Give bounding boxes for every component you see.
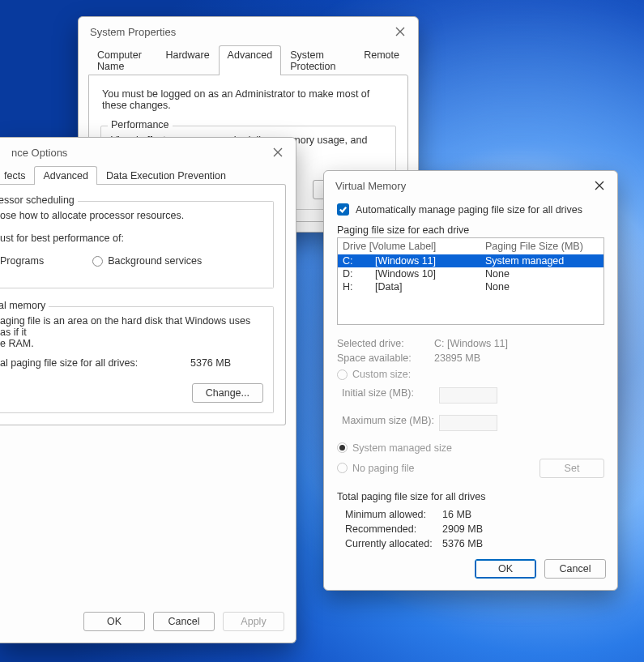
virtual-memory-group: al memory aging file is an area on the h… xyxy=(0,306,274,413)
window-title: System Properties xyxy=(90,26,176,38)
ok-button[interactable]: OK xyxy=(83,612,145,631)
dialog-buttons: OK Cancel Apply xyxy=(0,604,296,643)
radio-dot-icon xyxy=(337,442,348,453)
vmem-total-label: al paging file size for all drives: xyxy=(0,357,190,369)
drive-row-d[interactable]: D: [Windows 10] None xyxy=(338,267,603,280)
drive-label: [Data] xyxy=(375,281,485,293)
radio-bg-label: Background services xyxy=(108,255,202,267)
performance-options-window: nce Options fects Advanced Data Executio… xyxy=(0,137,296,643)
titlebar[interactable]: nce Options xyxy=(0,138,296,165)
auto-manage-label: Automatically manage paging file size fo… xyxy=(356,204,582,216)
col-size: Paging File Size (MB) xyxy=(485,241,599,252)
window-title: nce Options xyxy=(11,147,67,159)
close-icon[interactable] xyxy=(593,179,606,192)
cancel-button[interactable]: Cancel xyxy=(544,559,606,579)
min-allowed-label: Minimum allowed: xyxy=(345,509,442,520)
recommended-label: Recommended: xyxy=(345,523,442,535)
drive-size: None xyxy=(485,281,599,293)
drive-letter: D: xyxy=(343,268,375,280)
space-available-value: 23895 MB xyxy=(434,352,480,364)
min-allowed-value: 16 MB xyxy=(442,509,471,520)
drive-table-header: Drive [Volume Label] Paging File Size (M… xyxy=(338,238,603,254)
processor-scheduling-group: essor scheduling ose how to allocate pro… xyxy=(0,201,274,288)
currently-allocated-label: Currently allocated: xyxy=(345,538,442,549)
radio-dot-icon xyxy=(337,369,348,380)
tab-computer-name[interactable]: Computer Name xyxy=(88,45,156,75)
vmem-desc1: aging file is an area on the hard disk t… xyxy=(0,315,263,338)
drive-table: Drive [Volume Label] Paging File Size (M… xyxy=(337,237,604,325)
tab-remote[interactable]: Remote xyxy=(355,45,408,75)
maximum-size-label: Maximum size (MB): xyxy=(342,415,439,431)
change-button[interactable]: Change... xyxy=(192,383,263,403)
tab-hardware[interactable]: Hardware xyxy=(156,45,218,75)
drive-size: System managed xyxy=(485,255,599,267)
window-title: Virtual Memory xyxy=(335,180,406,192)
tab-visual-effects[interactable]: fects xyxy=(0,166,34,185)
auto-manage-checkbox[interactable]: Automatically manage paging file size fo… xyxy=(337,203,582,216)
space-available-label: Space available: xyxy=(337,352,434,364)
drive-label: [Windows 10] xyxy=(375,268,485,280)
radio-background-services[interactable]: Background services xyxy=(92,255,202,267)
radio-dot-icon xyxy=(337,463,348,473)
drive-label: [Windows 11] xyxy=(375,255,485,267)
vmem-desc2: e RAM. xyxy=(0,338,263,349)
radio-no-paging-file: No paging file xyxy=(337,463,540,474)
cancel-button[interactable]: Cancel xyxy=(153,612,215,631)
tabpanel-advanced: essor scheduling ose how to allocate pro… xyxy=(0,184,286,425)
selected-drive-label: Selected drive: xyxy=(337,338,434,349)
no-paging-label: No paging file xyxy=(352,463,414,474)
tab-advanced[interactable]: Advanced xyxy=(34,166,97,185)
drive-row-c[interactable]: C: [Windows 11] System managed xyxy=(338,254,603,267)
initial-size-label: Initial size (MB): xyxy=(342,387,439,404)
section-label: Paging file size for each drive xyxy=(337,224,604,236)
admin-note: You must be logged on as an Administrato… xyxy=(100,87,396,116)
initial-size-input xyxy=(439,387,497,404)
virtual-memory-window: Virtual Memory Automatically manage pagi… xyxy=(323,170,618,591)
vmem-total-value: 5376 MB xyxy=(190,357,263,369)
dialog-buttons: OK Cancel xyxy=(324,551,617,590)
close-icon[interactable] xyxy=(394,25,407,38)
vmem-legend: al memory xyxy=(0,300,49,311)
close-icon[interactable] xyxy=(271,146,284,159)
sched-desc: ose how to allocate processor resources. xyxy=(0,210,263,221)
sched-legend: essor scheduling xyxy=(0,194,78,206)
radio-custom-size: Custom size: xyxy=(337,369,411,380)
currently-allocated-value: 5376 MB xyxy=(442,538,483,549)
drive-letter: H: xyxy=(343,281,375,293)
selected-drive-value: C: [Windows 11] xyxy=(434,338,508,349)
radio-programs[interactable]: Programs xyxy=(0,255,44,267)
titlebar[interactable]: System Properties xyxy=(79,17,418,45)
adjust-label: ust for best performance of: xyxy=(0,233,263,244)
set-button: Set xyxy=(540,459,604,478)
drive-letter: C: xyxy=(343,255,375,267)
tabstrip: Computer Name Hardware Advanced System P… xyxy=(79,45,418,75)
performance-legend: Performance xyxy=(108,119,173,130)
totals-header: Total paging file size for all drives xyxy=(337,491,604,502)
radio-programs-label: Programs xyxy=(0,255,44,267)
radio-system-managed: System managed size xyxy=(337,442,452,454)
recommended-value: 2909 MB xyxy=(442,523,483,535)
system-managed-label: System managed size xyxy=(352,442,452,454)
col-drive: Drive [Volume Label] xyxy=(343,241,485,252)
ok-button[interactable]: OK xyxy=(475,559,536,579)
apply-button[interactable]: Apply xyxy=(223,612,284,631)
maximum-size-input xyxy=(439,415,497,431)
titlebar[interactable]: Virtual Memory xyxy=(324,171,617,199)
custom-size-label: Custom size: xyxy=(352,369,411,380)
radio-dot-icon xyxy=(92,256,103,267)
tab-advanced[interactable]: Advanced xyxy=(219,45,282,75)
checkmark-icon xyxy=(337,203,349,216)
tabstrip: fects Advanced Data Execution Prevention xyxy=(0,165,296,184)
drive-size: None xyxy=(485,268,599,280)
tab-dep[interactable]: Data Execution Prevention xyxy=(97,166,235,185)
tab-system-protection[interactable]: System Protection xyxy=(281,45,355,75)
drive-row-h[interactable]: H: [Data] None xyxy=(338,280,603,293)
